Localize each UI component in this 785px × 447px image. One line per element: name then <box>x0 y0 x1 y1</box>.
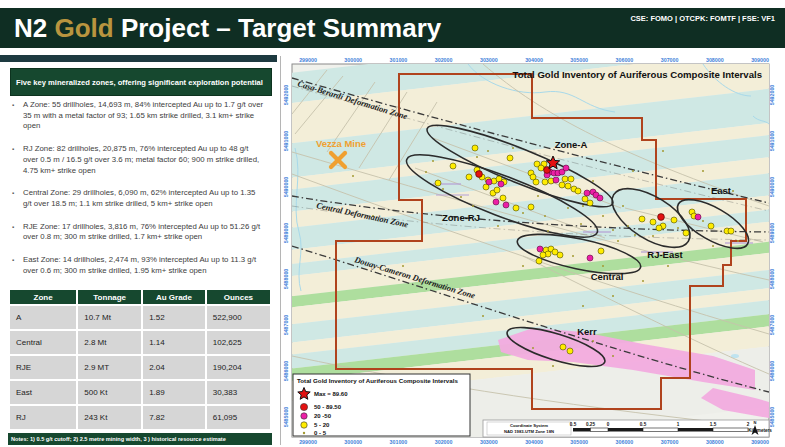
data-point-0-5 <box>567 207 569 209</box>
svg-text:N: N <box>754 420 757 425</box>
y-axis-label: 5488000 <box>283 269 289 290</box>
zone-bullet: A Zone: 55 drillholes, 14,693 m, 84% int… <box>12 100 264 132</box>
data-point-20-50 <box>695 214 701 220</box>
x-axis-label: 302000 <box>435 57 453 63</box>
scale-tick-label: 0.5 <box>640 422 647 427</box>
data-point-0-5 <box>425 171 427 173</box>
data-point-20-50 <box>597 195 603 201</box>
table-cell: 2.04 <box>143 356 205 379</box>
data-point-0-5 <box>532 347 534 349</box>
data-point-0-5 <box>522 265 524 267</box>
resource-table: ZoneTonnageAu GradeOunces A10.7 Mt1.5252… <box>8 288 272 431</box>
y-axis-label: 5490000 <box>283 177 289 198</box>
vezza-mine-label: Vezza Mine <box>316 138 366 149</box>
legend-dot-icon <box>303 432 305 434</box>
data-point-5-20 <box>466 174 472 180</box>
zone-bullet: RJE Zone: 17 drillholes, 3,816 m, 76% in… <box>12 222 264 243</box>
data-point-0-5 <box>487 150 489 152</box>
data-point-0-5 <box>617 240 619 242</box>
data-point-5-20 <box>568 176 574 182</box>
y-axis-label: 5487000 <box>769 315 775 336</box>
zone-label: RJ-East <box>647 249 683 260</box>
data-point-0-5 <box>642 280 644 282</box>
data-point-0-5 <box>572 255 574 257</box>
data-point-0-5 <box>544 215 546 217</box>
x-axis-label: 307000 <box>661 439 679 445</box>
data-point-20-50 <box>493 199 499 205</box>
data-point-0-5 <box>612 295 614 297</box>
table-cell: 10.7 Mt <box>78 306 141 329</box>
data-point-0-5 <box>537 195 539 197</box>
data-point-0-5 <box>552 365 554 367</box>
zone-label: Kerr <box>577 326 597 337</box>
data-point-50-89 <box>658 214 665 221</box>
data-point-0-5 <box>497 225 499 227</box>
y-axis-label: 5486000 <box>283 361 289 382</box>
data-point-5-20 <box>507 155 513 161</box>
legend-title: Total Gold Inventory of Auriferous Compo… <box>297 377 458 384</box>
x-axis-label: 306000 <box>616 439 634 445</box>
zone-label: Zone-A <box>555 139 588 150</box>
data-point-0-5 <box>622 205 624 207</box>
data-point-0-5 <box>460 196 462 198</box>
data-point-5-20 <box>552 249 558 255</box>
data-point-0-5 <box>702 220 704 222</box>
data-point-0-5 <box>352 175 354 177</box>
data-point-5-20 <box>587 200 593 206</box>
table-cell: A <box>10 306 76 329</box>
data-point-0-5 <box>582 305 584 307</box>
data-point-0-5 <box>592 180 594 182</box>
y-axis-label: 5489000 <box>283 223 289 244</box>
table-cell: 30,383 <box>207 381 270 404</box>
data-point-0-5 <box>602 215 604 217</box>
x-axis-label: 299000 <box>299 439 317 445</box>
table-row: Central2.8 Mt1.14102,625 <box>10 331 270 354</box>
data-point-5-20 <box>450 163 456 169</box>
y-axis-label: 5489000 <box>769 223 775 244</box>
map-panel: Zone-AZone-RJEastRJ-EastCentralKerr Casa… <box>283 56 777 445</box>
x-axis-label: 300000 <box>344 439 362 445</box>
y-axis-label: 5488000 <box>769 269 775 290</box>
resource-table-header: ZoneTonnageAu GradeOunces <box>10 290 270 304</box>
data-point-5-20 <box>683 230 689 236</box>
data-point-5-20 <box>472 145 478 151</box>
table-cell: Central <box>10 331 76 354</box>
data-point-0-5 <box>732 190 734 192</box>
page-title: N2 Gold Project – Target Summary <box>14 8 441 48</box>
data-point-0-5 <box>512 147 514 149</box>
zone-label: East <box>711 185 732 196</box>
data-point-0-5 <box>634 234 636 236</box>
data-point-5-20 <box>582 196 588 202</box>
y-axis-label: 5491000 <box>283 131 289 152</box>
data-point-5-20 <box>494 187 500 193</box>
data-point-0-5 <box>702 170 704 172</box>
x-axis-label: 306000 <box>616 57 634 63</box>
header-accent-strip <box>0 55 277 62</box>
table-cell: 500 Kt <box>78 381 141 404</box>
data-point-0-5 <box>472 205 474 207</box>
x-axis-label: 307000 <box>661 57 679 63</box>
data-point-0-5 <box>476 156 478 158</box>
stock-tickers: CSE: FOMO | OTCPK: FOMTF | FSE: VF1 <box>630 14 775 23</box>
table-cell: 2.9 MT <box>78 356 141 379</box>
data-point-0-5 <box>712 245 714 247</box>
table-cell: 102,625 <box>207 331 270 354</box>
data-point-0-5 <box>547 230 549 232</box>
zone-bullet: East Zone: 14 drillholes, 2,474 m, 93% i… <box>12 255 264 276</box>
table-cell: East <box>10 381 76 404</box>
data-point-5-20 <box>530 174 536 180</box>
data-point-0-5 <box>677 227 679 229</box>
slide: N2 Gold Project – Target Summary CSE: FO… <box>0 0 785 447</box>
table-cell: 2.8 Mt <box>78 331 141 354</box>
scale-tick-label: 0.25 <box>586 422 595 427</box>
data-point-5-20 <box>540 252 546 258</box>
x-axis-label: 303000 <box>480 439 498 445</box>
data-point-20-50 <box>587 255 593 261</box>
title-prefix: N2 <box>14 13 54 43</box>
data-point-0-5 <box>612 355 614 357</box>
data-point-0-5 <box>580 223 582 225</box>
scale-strip: Coordinate System NAD 1983-UTM Zone 18N … <box>483 420 772 437</box>
scale-tick-label: 0 <box>607 422 610 427</box>
target-map: Zone-AZone-RJEastRJ-EastCentralKerr Casa… <box>283 56 777 445</box>
data-point-5-20 <box>656 225 662 231</box>
